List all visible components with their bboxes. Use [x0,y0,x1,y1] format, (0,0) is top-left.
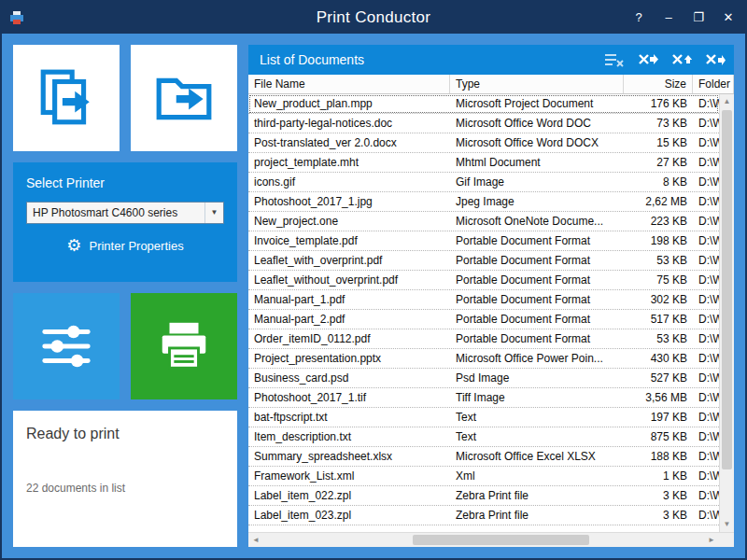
column-header-size[interactable]: Size [624,75,693,93]
horizontal-scrollbar-row: ◄ ► [248,532,734,547]
cell-type: Text [450,411,624,424]
clear-list-button[interactable] [603,51,626,68]
vertical-scroll-track[interactable] [720,109,734,517]
close-button[interactable]: ✕ [721,2,736,34]
horizontal-scroll-thumb[interactable] [413,535,589,545]
scroll-down-icon[interactable]: ▼ [720,517,734,532]
table-row[interactable]: Item_description.txt Text 875 KB D:\Work… [248,427,719,447]
cell-folder: D:\Work\F [693,332,719,345]
table-row[interactable]: New_product_plan.mpp Microsoft Project D… [248,94,719,114]
cell-type: Portable Document Format [450,313,624,326]
column-header-folder[interactable]: Folder Pat [693,75,734,93]
cell-file-name: Item_description.txt [248,430,450,443]
add-documents-button[interactable] [13,45,120,151]
table-row[interactable]: Business_card.psd Psd Image 527 KB D:\Wo… [248,369,719,388]
scrollbar-corner [719,533,734,547]
table-row[interactable]: Manual-part_2.pdf Portable Document Form… [248,310,719,329]
cell-file-name: Photoshoot_2017_1.jpg [248,195,450,208]
table-row[interactable]: Photoshoot_2017_1.jpg Jpeg Image 2,62 MB… [248,192,719,212]
cell-file-name: Photoshoot_2017_1.tif [248,391,450,404]
table-row[interactable]: icons.gif Gif Image 8 KB D:\Work\F [248,173,719,192]
printer-properties-button[interactable]: ⚙ Printer Properties [26,237,224,254]
help-button[interactable]: ? [631,2,646,34]
cell-type: Microsoft Office Word DOCX [450,136,624,149]
vertical-scroll-thumb[interactable] [722,110,732,469]
remove-errors-icon [671,52,692,67]
cell-file-name: third-party-legal-notices.doc [248,117,450,130]
column-header-file-name[interactable]: File Name [248,75,450,93]
status-subtitle: 22 documents in list [26,482,224,495]
cell-size: 15 KB [624,136,693,149]
cell-size: 430 KB [624,352,693,365]
cell-type: Microsoft Office Word DOC [450,117,624,130]
table-body-wrap: New_product_plan.mpp Microsoft Project D… [248,94,734,532]
cell-file-name: Project_presentation.pptx [248,352,450,365]
cell-size: 3 KB [624,509,693,522]
table-row[interactable]: Framework_List.xml Xml 1 KB D:\Work\F [248,467,719,486]
print-button[interactable] [131,293,237,399]
cell-file-name: Post-translated_ver 2.0.docx [248,136,450,149]
cell-folder: D:\Work\F [693,117,719,130]
table-row[interactable]: Leaflet_without_overprint.pdf Portable D… [248,271,719,290]
cell-folder: D:\Work\F [693,352,719,365]
table-row[interactable]: Post-translated_ver 2.0.docx Microsoft O… [248,133,719,153]
cell-folder: D:\Work\F [693,195,719,208]
cell-folder: D:\Work\F [693,430,719,443]
cell-size: 53 KB [624,332,693,345]
remove-printed-button[interactable] [704,51,726,68]
cell-file-name: Manual-part_1.pdf [248,293,450,306]
table-row[interactable]: Project_presentation.pptx Microsoft Offi… [248,349,719,369]
remove-selected-button[interactable] [637,51,659,68]
table-row[interactable]: New_project.one Microsoft OneNote Docume… [248,212,719,231]
cell-folder: D:\Work\F [693,391,719,404]
scroll-left-icon[interactable]: ◄ [248,533,263,547]
vertical-scrollbar[interactable]: ▲ ▼ [719,94,734,532]
cell-size: 75 KB [624,273,693,287]
titlebar: Print Conductor ? – ❐ ✕ [2,2,745,34]
table-row[interactable]: Label_item_022.zpl Zebra Print file 3 KB… [248,486,719,506]
table-row[interactable]: Label_item_023.zpl Zebra Print file 3 KB… [248,506,719,525]
minimize-button[interactable]: – [661,2,676,34]
cell-folder: D:\Work\F [693,156,719,169]
table-row[interactable]: bat-ftpscript.txt Text 197 KB D:\Work\F [248,408,719,427]
printer-dropdown[interactable]: HP Photosmart C4600 series ▼ [26,202,224,224]
cell-size: 223 KB [624,215,693,228]
scroll-up-icon[interactable]: ▲ [720,94,734,109]
list-toolbar [603,51,726,68]
table-row[interactable]: Order_itemID_0112.pdf Portable Document … [248,329,719,349]
cell-size: 198 KB [624,234,693,247]
horizontal-scroll-track[interactable] [263,533,704,547]
status-title: Ready to print [26,426,224,442]
cell-file-name: New_project.one [248,215,450,228]
maximize-button[interactable]: ❐ [691,2,706,34]
add-folder-button[interactable] [131,45,237,151]
cell-file-name: Label_item_023.zpl [248,509,450,522]
scroll-right-icon[interactable]: ► [704,533,719,547]
column-header-type[interactable]: Type [450,75,624,93]
table-row[interactable]: Manual-part_1.pdf Portable Document Form… [248,290,719,310]
cell-size: 517 KB [624,313,693,326]
table-row[interactable]: Invoice_template.pdf Portable Document F… [248,231,719,251]
table-row[interactable]: project_template.mht Mhtml Document 27 K… [248,153,719,173]
cell-type: Zebra Print file [450,489,624,502]
cell-size: 1 KB [624,469,693,483]
cell-type: Mhtml Document [450,156,624,169]
cell-folder: D:\Work\F [693,136,719,149]
settings-button[interactable] [13,293,120,399]
cell-folder: D:\Work\F [693,313,719,326]
cell-folder: D:\Work\F [693,97,719,110]
cell-file-name: icons.gif [248,175,450,189]
table-row[interactable]: Photoshoot_2017_1.tif Tiff Image 3,56 MB… [248,388,719,408]
cell-file-name: Manual-part_2.pdf [248,313,450,326]
table-row[interactable]: third-party-legal-notices.doc Microsoft … [248,114,719,133]
table-row[interactable]: Leaflet_with_overprint.pdf Portable Docu… [248,251,719,271]
cell-type: Psd Image [450,371,624,385]
cell-size: 176 KB [624,97,693,110]
table-row[interactable]: Summary_spreadsheet.xlsx Microsoft Offic… [248,447,719,467]
horizontal-scrollbar[interactable]: ◄ ► [248,533,719,547]
chevron-down-icon: ▼ [204,203,223,223]
cell-type: Xml [450,469,624,483]
cell-type: Microsoft Office Power Poin... [450,352,624,365]
bottom-tile-row [13,293,237,399]
remove-errors-button[interactable] [670,51,693,68]
